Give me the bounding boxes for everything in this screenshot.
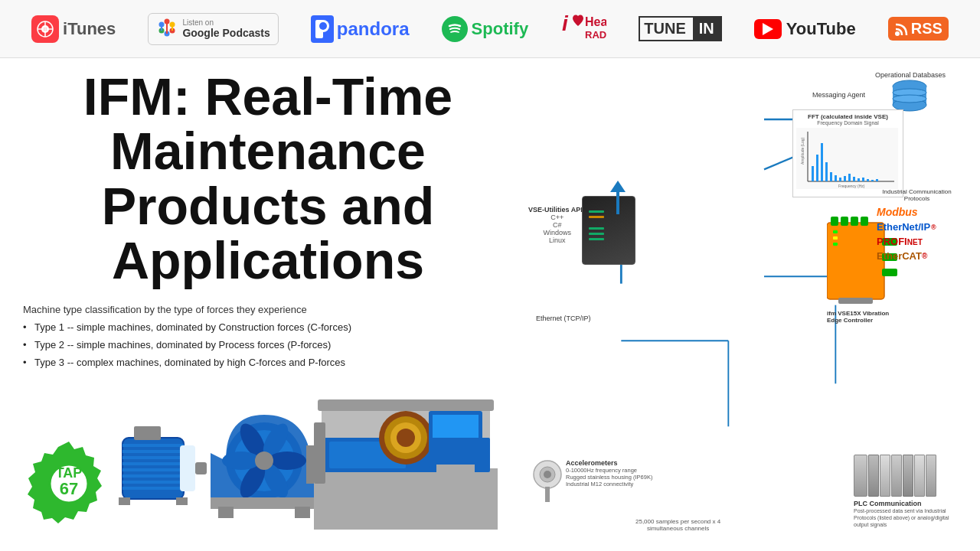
itunes-logo[interactable]: iTunes xyxy=(31,15,116,43)
main-content: IFM: Real-Time Maintenance Products and … xyxy=(0,58,980,551)
svg-rect-34 xyxy=(122,481,184,484)
google-podcasts-text: Listen on Google Podcasts xyxy=(182,18,270,39)
pandora-label: pandora xyxy=(337,18,410,40)
svg-rect-98 xyxy=(876,179,878,181)
modbus-label: Modbus xyxy=(877,206,957,218)
svg-rect-92 xyxy=(848,174,851,181)
youtube-logo[interactable]: YouTube xyxy=(754,19,856,39)
svg-rect-103 xyxy=(827,223,884,299)
main-title: IFM: Real-Time Maintenance Products and … xyxy=(23,70,513,289)
ethernet-label: Ethernet (TCP/IP) xyxy=(536,315,591,322)
svg-rect-65 xyxy=(314,422,325,484)
main-title-line2: Products and Applications xyxy=(102,177,435,289)
svg-rect-91 xyxy=(844,176,846,181)
svg-rect-114 xyxy=(838,298,873,304)
rss-label: RSS xyxy=(911,20,942,37)
fft-chart: Amplitude (Log) Frequency (Hz) xyxy=(796,128,898,189)
profinet-label: PROFINET xyxy=(877,236,957,247)
svg-rect-109 xyxy=(833,236,838,240)
svg-rect-105 xyxy=(841,217,848,226)
svg-rect-35 xyxy=(122,487,184,490)
svg-rect-104 xyxy=(831,217,838,226)
svg-rect-39 xyxy=(119,497,130,505)
spotify-label: Spotify xyxy=(472,19,529,39)
pandora-logo[interactable]: pandora xyxy=(311,15,410,43)
svg-rect-32 xyxy=(122,468,184,471)
svg-rect-52 xyxy=(218,507,234,518)
youtube-play-icon xyxy=(763,23,773,35)
right-panel: Operational Databases Messaging Agent FF… xyxy=(528,70,957,543)
svg-rect-95 xyxy=(862,178,864,181)
svg-rect-64 xyxy=(436,465,475,480)
tap-logo: TAP 67 xyxy=(23,438,115,533)
svg-rect-88 xyxy=(830,172,832,181)
itunes-label: iTunes xyxy=(63,19,116,39)
samples-label: 25,000 samples per second x 4 simultaneo… xyxy=(635,518,720,532)
bullet-1: Type 1 -- simple machines, dominated by … xyxy=(23,321,513,333)
svg-text:Frequency (Hz): Frequency (Hz) xyxy=(838,184,865,188)
left-panel: IFM: Real-Time Maintenance Products and … xyxy=(23,70,513,543)
ethercat-label: EtherCAT® xyxy=(877,250,957,262)
svg-rect-96 xyxy=(867,179,869,181)
svg-point-22 xyxy=(895,31,900,36)
svg-rect-106 xyxy=(851,217,858,226)
svg-point-61 xyxy=(397,429,415,447)
svg-point-48 xyxy=(222,452,260,470)
svg-text:Heart: Heart xyxy=(585,15,606,28)
svg-text:TAP: TAP xyxy=(56,465,83,481)
tunein-logo[interactable]: TUNE IN xyxy=(639,16,721,41)
bullet-list: Type 1 -- simple machines, dominated by … xyxy=(23,321,513,368)
svg-rect-84 xyxy=(812,166,814,181)
svg-text:Amplitude (Log): Amplitude (Log) xyxy=(800,137,805,165)
fft-box: FFT (calculated inside VSE) Frequency Do… xyxy=(792,109,903,197)
spotify-icon xyxy=(442,16,468,42)
protocols-section: Industrial Communication Protocols Modbu… xyxy=(877,188,957,262)
subtitle-text: Machine type classification by the type … xyxy=(23,304,513,315)
svg-rect-93 xyxy=(853,177,855,181)
vse-utilities-label: VSE-Utilities APIs C++ C# Windows Linux xyxy=(528,206,586,244)
svg-rect-113 xyxy=(882,269,897,276)
up-arrow xyxy=(609,181,627,217)
svg-rect-108 xyxy=(833,230,838,233)
google-podcasts-icon xyxy=(156,17,178,41)
svg-rect-28 xyxy=(122,444,184,447)
svg-rect-33 xyxy=(122,474,184,478)
bullet-2: Type 2 -- simple machines, dominated by … xyxy=(23,339,513,350)
main-title-line1: IFM: Real-Time Maintenance xyxy=(83,67,452,180)
accelerometers-section: Accelerometers 0-10000Hz frequency range… xyxy=(532,459,652,505)
accelerometer-icon xyxy=(532,459,563,505)
messaging-agent-label: Messaging Agent xyxy=(812,91,865,99)
svg-rect-97 xyxy=(871,180,874,181)
iheart-icon: i Heart RADIO xyxy=(560,9,606,49)
svg-text:i: i xyxy=(562,11,569,35)
svg-rect-87 xyxy=(825,162,828,181)
svg-rect-29 xyxy=(122,450,184,453)
svg-rect-36 xyxy=(180,445,195,491)
ethernet-ip-label: EtherNet/IP ® xyxy=(877,221,957,233)
tunein-in-box: IN xyxy=(693,18,720,40)
fan-illustration xyxy=(195,392,333,533)
svg-rect-81 xyxy=(796,128,898,189)
svg-rect-86 xyxy=(821,143,823,181)
svg-rect-110 xyxy=(833,243,838,246)
svg-rect-94 xyxy=(858,178,860,181)
svg-text:RADIO: RADIO xyxy=(585,29,606,41)
youtube-label: YouTube xyxy=(786,19,856,39)
motor-illustration xyxy=(115,407,207,533)
spotify-logo[interactable]: Spotify xyxy=(442,16,529,42)
svg-point-80 xyxy=(893,95,926,103)
google-podcasts-logo[interactable]: Listen on Google Podcasts xyxy=(148,13,278,45)
youtube-icon xyxy=(754,19,782,39)
iheart-logo[interactable]: i Heart RADIO xyxy=(560,9,606,49)
itunes-icon xyxy=(31,15,59,43)
podcast-bar: iTunes Listen on Google Podcasts xyxy=(0,0,980,58)
svg-rect-89 xyxy=(835,175,837,181)
rss-logo[interactable]: RSS xyxy=(888,17,949,41)
svg-marker-102 xyxy=(610,181,626,192)
svg-rect-90 xyxy=(839,178,841,181)
diagram: Operational Databases Messaging Agent FF… xyxy=(528,70,957,543)
tunein-tune-text: TUNE xyxy=(640,18,689,40)
rss-icon xyxy=(894,21,910,37)
svg-point-117 xyxy=(544,471,551,478)
svg-rect-85 xyxy=(816,155,818,181)
